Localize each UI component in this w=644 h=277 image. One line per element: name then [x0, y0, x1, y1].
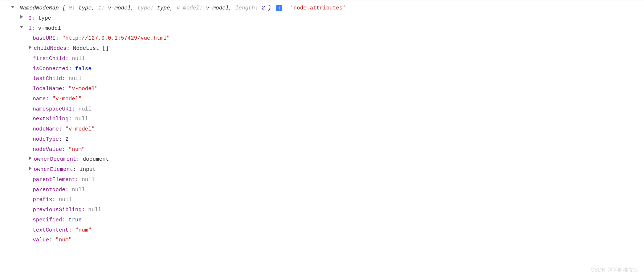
property-key: ownerDocument [34, 156, 76, 162]
preview-value: v-model [206, 5, 229, 11]
property-key: prefix [33, 197, 52, 203]
property-key: parentElement [33, 177, 75, 183]
property-row-nodeType[interactable]: nodeType: 2 [0, 135, 644, 145]
disclosure-collapsed-icon[interactable] [28, 167, 32, 171]
preview-key: type [137, 5, 150, 11]
property-value: false [75, 66, 91, 72]
property-value: "http://127.0.0.1:57429/vue.html" [62, 35, 170, 41]
property-key: isConnected [33, 66, 69, 72]
property-value: v-model [38, 25, 61, 32]
property-value: "num" [56, 237, 72, 243]
disclosure-collapsed-icon[interactable] [28, 46, 32, 50]
property-row-textContent[interactable]: textContent: "num" [0, 225, 644, 236]
property-row-parentNode[interactable]: parentNode: null [0, 185, 644, 195]
property-value: null [75, 116, 88, 122]
preview-key: length [235, 5, 255, 11]
property-row-prefix[interactable]: prefix: null [0, 195, 644, 205]
property-value: true [69, 217, 82, 223]
property-key: childNodes [34, 45, 66, 52]
property-row-parentElement[interactable]: parentElement: null [0, 175, 644, 185]
disclosure-expanded-icon[interactable] [11, 6, 15, 10]
property-row-lastChild[interactable]: lastChild: null [0, 74, 644, 84]
property-row-name[interactable]: name: "v-model" [0, 94, 644, 104]
property-value: null [88, 207, 101, 213]
property-value: "v-model" [52, 96, 82, 102]
watermark-text: CSDN @不叫猫先生 [591, 265, 639, 275]
preview-value: type [157, 5, 170, 11]
property-value: "num" [75, 227, 91, 233]
property-value: type [38, 15, 51, 21]
property-key: baseURI [33, 35, 56, 41]
property-value: "v-model" [65, 126, 95, 132]
property-value: NodeList [] [73, 45, 109, 52]
property-value: null [72, 187, 85, 193]
preview-close-brace: } [268, 5, 271, 11]
property-row-isConnected[interactable]: isConnected: false [0, 64, 644, 74]
property-row-baseURI[interactable]: baseURI: "http://127.0.0.1:57429/vue.htm… [0, 33, 644, 44]
preview-key: 1 [98, 5, 101, 11]
property-row-previousSibling[interactable]: previousSibling: null [0, 205, 644, 215]
property-key: firstChild [33, 56, 65, 62]
property-key: namespaceURI [33, 106, 72, 112]
property-key: lastChild [33, 76, 62, 82]
property-row-nodeValue[interactable]: nodeValue: "num" [0, 145, 644, 155]
property-value: null [69, 76, 82, 82]
property-value: null [59, 197, 72, 203]
property-key: previousSibling [33, 207, 82, 213]
property-value: input [80, 166, 96, 173]
property-row-nodeName[interactable]: nodeName: "v-model" [0, 124, 644, 135]
property-key: ownerElement [34, 166, 73, 173]
property-row-childNodes[interactable]: childNodes: NodeList [] [0, 44, 644, 54]
property-key: value [33, 237, 49, 243]
source-string: 'node.attributes' [290, 5, 346, 11]
property-value: "num" [69, 146, 85, 153]
property-key: name [33, 96, 46, 102]
property-value: 2 [65, 136, 69, 142]
preview-value: v-model [108, 5, 131, 11]
property-value: null [82, 177, 95, 183]
property-row-1[interactable]: 1: v-model [0, 24, 644, 34]
property-row-localName[interactable]: localName: "v-model" [0, 84, 644, 94]
disclosure-expanded-icon[interactable] [20, 26, 24, 30]
property-key: nodeName [33, 126, 59, 132]
property-row-specified[interactable]: specified: true [0, 215, 644, 225]
preview-key: v-model [176, 5, 199, 11]
property-key: 1 [28, 25, 32, 32]
property-key: localName [33, 86, 62, 92]
info-icon[interactable]: i [276, 5, 282, 11]
property-key: parentNode [33, 187, 65, 193]
property-key: nextSibling [33, 116, 69, 122]
property-row-0[interactable]: 0: type [0, 13, 644, 24]
property-row-namespaceURI[interactable]: namespaceURI: null [0, 104, 644, 115]
preview-open-brace: { [62, 5, 65, 11]
class-name: NamedNodeMap [20, 5, 59, 11]
property-value: document [83, 156, 109, 162]
property-row-value[interactable]: value: "num" [0, 235, 644, 245]
property-value: "v-model" [69, 86, 98, 92]
property-key: nodeValue [33, 146, 62, 153]
preview-value: 2 [261, 5, 265, 11]
property-row-firstChild[interactable]: firstChild: null [0, 54, 644, 64]
preview-key: 0 [69, 5, 72, 11]
preview-value: type [78, 5, 91, 11]
property-row-ownerElement[interactable]: ownerElement: input [0, 165, 644, 175]
disclosure-collapsed-icon[interactable] [20, 16, 24, 20]
property-key: nodeType [33, 136, 59, 142]
property-value: null [78, 106, 91, 112]
property-value: null [72, 56, 85, 62]
property-key: textContent [33, 227, 69, 233]
disclosure-collapsed-icon[interactable] [28, 157, 32, 161]
property-row-ownerDocument[interactable]: ownerDocument: document [0, 154, 644, 165]
object-header-row[interactable]: NamedNodeMap { 0: type, 1: v-model, type… [0, 3, 644, 13]
property-key: 0 [28, 15, 32, 21]
property-row-nextSibling[interactable]: nextSibling: null [0, 114, 644, 124]
property-key: specified [33, 217, 62, 223]
